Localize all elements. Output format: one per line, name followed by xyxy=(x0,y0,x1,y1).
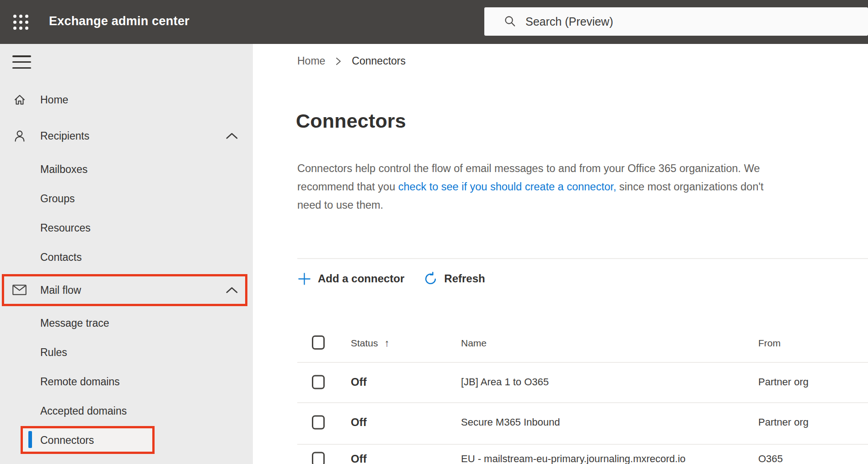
table-row[interactable]: Off Secure M365 Inbound Partner org xyxy=(253,402,868,442)
exchange-admin-center-window: Exchange admin center Home xyxy=(0,0,868,464)
home-icon xyxy=(12,92,27,107)
sort-ascending-icon: ↑ xyxy=(385,337,390,349)
description-text: since most organizations don't xyxy=(616,181,764,193)
app-title: Exchange admin center xyxy=(49,14,189,28)
table-row[interactable]: Off [JB] Area 1 to O365 Partner org xyxy=(253,362,868,402)
description-text: recommend that you xyxy=(297,181,398,193)
breadcrumb-current: Connectors xyxy=(352,55,406,67)
chevron-right-icon xyxy=(335,56,342,67)
sidebar-item-label: Recipients xyxy=(40,130,89,142)
search-icon xyxy=(503,15,517,28)
table-row[interactable]: Off EU - mailstream-eu-primary.journalin… xyxy=(253,438,868,464)
toolbar-top-divider xyxy=(297,258,868,259)
refresh-icon xyxy=(423,272,438,286)
connector-from: Partner org xyxy=(758,376,809,388)
sidebar-item-accepted-domains[interactable]: Accepted domains xyxy=(0,396,253,426)
description-text: need to use them. xyxy=(297,199,383,211)
sidebar-nav: Home Recipients Mailboxes Groups xyxy=(0,44,253,464)
breadcrumb-home-link[interactable]: Home xyxy=(297,55,325,67)
sidebar-item-label: Remote domains xyxy=(40,376,120,388)
command-bar: Add a connector Refresh xyxy=(297,267,485,291)
connector-name-link[interactable]: [JB] Area 1 to O365 xyxy=(461,376,549,388)
chevron-up-icon[interactable] xyxy=(225,132,239,140)
connector-name-link[interactable]: EU - mailstream-eu-primary.journaling.mx… xyxy=(461,453,686,464)
app-launcher-waffle-icon[interactable] xyxy=(9,11,32,33)
sidebar-item-resources[interactable]: Resources xyxy=(0,213,253,243)
description-text: Connectors help control the flow of emai… xyxy=(297,162,760,174)
sidebar-item-connectors[interactable]: Connectors xyxy=(0,426,253,455)
search-box[interactable] xyxy=(484,7,868,36)
sidebar-item-groups[interactable]: Groups xyxy=(0,184,253,213)
column-header-status[interactable]: Status↑ xyxy=(351,337,390,349)
add-connector-label: Add a connector xyxy=(318,272,404,285)
sidebar-item-label: Mailboxes xyxy=(40,163,88,176)
sidebar-item-mail-flow[interactable]: Mail flow xyxy=(0,275,253,305)
create-connector-check-link[interactable]: check to see if you should create a conn… xyxy=(398,181,616,193)
refresh-label: Refresh xyxy=(444,272,485,285)
select-all-checkbox[interactable] xyxy=(312,335,325,350)
connector-from: O365 xyxy=(758,453,783,464)
page-description: Connectors help control the flow of emai… xyxy=(297,159,868,214)
connector-status: Off xyxy=(351,376,367,388)
page-title: Connectors xyxy=(296,110,406,132)
connector-from: Partner org xyxy=(758,416,809,428)
sidebar-item-label: Connectors xyxy=(40,434,94,447)
refresh-button[interactable]: Refresh xyxy=(423,272,485,286)
sidebar-item-label: Contacts xyxy=(40,251,82,264)
sidebar-item-contacts[interactable]: Contacts xyxy=(0,243,253,272)
sidebar-item-message-trace[interactable]: Message trace xyxy=(0,308,253,338)
hamburger-menu-icon[interactable] xyxy=(12,55,31,69)
sidebar-item-label: Message trace xyxy=(40,317,109,329)
table-header-row: Status↑ Name From xyxy=(253,330,868,356)
sidebar-item-label: Rules xyxy=(40,346,67,359)
row-checkbox[interactable] xyxy=(312,452,325,464)
add-connector-button[interactable]: Add a connector xyxy=(297,272,404,286)
sidebar-item-remote-domains[interactable]: Remote domains xyxy=(0,367,253,396)
sidebar-item-label: Home xyxy=(40,94,68,106)
sidebar-item-mailboxes[interactable]: Mailboxes xyxy=(0,155,253,184)
sidebar-item-label: Accepted domains xyxy=(40,405,127,417)
sidebar-item-rules[interactable]: Rules xyxy=(0,338,253,367)
top-app-bar: Exchange admin center xyxy=(0,0,868,44)
row-checkbox[interactable] xyxy=(312,415,325,430)
chevron-up-icon[interactable] xyxy=(225,286,239,294)
search-input[interactable] xyxy=(525,15,800,28)
column-header-name[interactable]: Name xyxy=(461,338,487,349)
column-header-from[interactable]: From xyxy=(758,338,781,349)
breadcrumb: Home Connectors xyxy=(297,54,406,68)
main-content: Home Connectors Connectors Connectors he… xyxy=(253,44,868,464)
sidebar-item-label: Groups xyxy=(40,193,75,205)
plus-icon xyxy=(297,272,311,286)
sidebar-item-recipients[interactable]: Recipients xyxy=(0,121,253,151)
mail-icon xyxy=(12,283,27,297)
row-checkbox[interactable] xyxy=(312,375,325,389)
sidebar-item-label: Mail flow xyxy=(40,284,81,297)
sidebar-item-home[interactable]: Home xyxy=(0,85,253,114)
sidebar-item-label: Resources xyxy=(40,222,91,234)
connector-status: Off xyxy=(351,453,367,464)
connector-status: Off xyxy=(351,416,367,429)
person-icon xyxy=(12,129,27,143)
connector-name-link[interactable]: Secure M365 Inbound xyxy=(461,416,560,428)
